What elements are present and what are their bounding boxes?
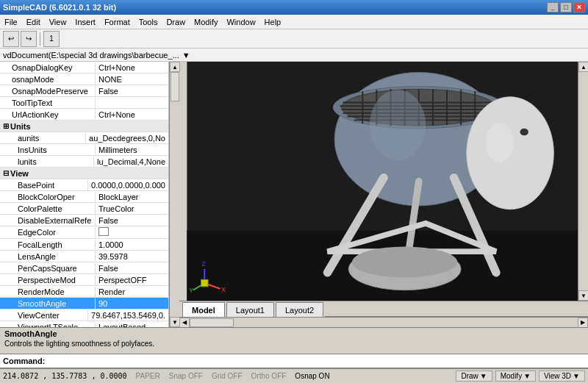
status-snap[interactable]: Snap OFF bbox=[166, 372, 206, 380]
prop-row-osnap-preserve: OsnapModePreserve False bbox=[0, 85, 168, 97]
prop-value-colorpalette: TrueColor bbox=[96, 204, 168, 214]
hscroll-right[interactable]: ▶ bbox=[578, 318, 588, 328]
prop-row-viewcenter: ViewCenter 79.6467,153.5469,0. bbox=[0, 309, 168, 321]
status-items: PAPER Snap OFF Grid OFF Ortho OFF Osnap … bbox=[133, 372, 451, 380]
edge-color-swatch[interactable] bbox=[98, 227, 109, 236]
tab-layout2[interactable]: Layout2 bbox=[276, 302, 323, 317]
prop-row-colorpalette: ColorPalette TrueColor bbox=[0, 203, 168, 215]
prop-name-disableexternal: DisableExternalRefe bbox=[0, 215, 96, 226]
window-title: SimpleCAD (6.6021.0.1 32 bit) bbox=[3, 3, 116, 12]
prop-name-colorpalette: ColorPalette bbox=[0, 204, 96, 214]
prop-value-disableexternal: False bbox=[96, 215, 168, 226]
prop-name-osnap-preserve: OsnapModePreserve bbox=[0, 86, 96, 96]
prop-name-viewportltscale: ViewportLTScale bbox=[0, 322, 96, 328]
vscroll-track[interactable] bbox=[578, 72, 588, 290]
menu-modify[interactable]: Modify bbox=[190, 16, 222, 28]
prop-value-urlaction: Ctrl+None bbox=[96, 110, 168, 120]
window-controls: _ □ ✕ bbox=[547, 2, 585, 12]
category-units-label: Units bbox=[10, 122, 31, 131]
scroll-track[interactable] bbox=[170, 72, 179, 317]
menu-view[interactable]: View bbox=[45, 16, 71, 28]
status-grid[interactable]: Grid OFF bbox=[209, 372, 245, 380]
toolbar-undo[interactable]: ↩ bbox=[3, 31, 19, 47]
close-button[interactable]: ✕ bbox=[573, 2, 585, 12]
svg-point-23 bbox=[370, 90, 426, 160]
prop-row-disableexternal: DisableExternalRefe False bbox=[0, 215, 168, 226]
prop-value-lensangle: 39.5978 bbox=[96, 251, 168, 262]
prop-row-blockcoloroper: BlockColorOper BlockLayer bbox=[0, 191, 168, 203]
minimize-button[interactable]: _ bbox=[547, 2, 559, 12]
menu-edit[interactable]: Edit bbox=[22, 16, 45, 28]
prop-row-tooltiptext: ToolTipText bbox=[0, 97, 168, 109]
view3d-menu-arrow: ▼ bbox=[573, 372, 580, 380]
status-osnap[interactable]: Osnap ON bbox=[292, 372, 332, 380]
menu-bar: File Edit View Insert Format Tools Draw … bbox=[0, 15, 588, 29]
prop-row-lensangle: LensAngle 39.5978 bbox=[0, 251, 168, 262]
prop-value-viewcenter: 79.6467,153.5469,0. bbox=[88, 310, 168, 321]
prop-category-view[interactable]: ⊟ View bbox=[0, 168, 168, 179]
prop-name-lensangle: LensAngle bbox=[0, 251, 96, 262]
prop-name-basepoint: BasePoint bbox=[0, 180, 88, 190]
restore-button[interactable]: □ bbox=[560, 2, 572, 12]
status-ortho[interactable]: Ortho OFF bbox=[248, 372, 290, 380]
svg-point-21 bbox=[486, 123, 514, 162]
hscroll-left[interactable]: ◀ bbox=[179, 318, 190, 328]
menu-format[interactable]: Format bbox=[100, 16, 135, 28]
prop-name-lunits: lunits bbox=[0, 157, 94, 167]
vscroll-down[interactable]: ▼ bbox=[578, 290, 588, 301]
scroll-thumb[interactable] bbox=[171, 72, 179, 101]
prop-row-pencapssquare: PenCapsSquare False bbox=[0, 262, 168, 274]
tab-model[interactable]: Model bbox=[182, 302, 225, 317]
view3d-menu-button[interactable]: View 3D ▼ bbox=[539, 371, 585, 382]
prop-row-edgecolor: EdgeColor bbox=[0, 226, 168, 239]
hscroll-track[interactable] bbox=[190, 318, 578, 327]
prop-value-insunits: Millimeters bbox=[96, 145, 168, 155]
prop-name-rendermode: RenderMode bbox=[0, 287, 96, 297]
prop-row-osnapmode: osnapMode NONE bbox=[0, 74, 168, 85]
scroll-down-button[interactable]: ▼ bbox=[170, 317, 180, 327]
tab-layout1[interactable]: Layout1 bbox=[226, 302, 274, 317]
title-bar: SimpleCAD (6.6021.0.1 32 bit) _ □ ✕ bbox=[0, 0, 588, 15]
toolbar-redo[interactable]: ↪ bbox=[21, 31, 37, 47]
toolbar-one[interactable]: 1 bbox=[43, 31, 60, 47]
hscroll-thumb[interactable] bbox=[190, 318, 234, 327]
path-dropdown-icon[interactable]: ▼ bbox=[182, 51, 190, 60]
prop-category-units[interactable]: ⊞ Units bbox=[0, 121, 168, 132]
modify-menu-button[interactable]: Modify ▼ bbox=[495, 371, 536, 382]
prop-value-osnap-preserve: False bbox=[96, 86, 168, 96]
menu-tools[interactable]: Tools bbox=[135, 16, 162, 28]
menu-help[interactable]: Help bbox=[260, 16, 286, 28]
prop-row-perspectivemod: PerspectiveMod PerspectOFF bbox=[0, 274, 168, 286]
3d-scene: Z X Y bbox=[179, 62, 588, 301]
scroll-up-button[interactable]: ▲ bbox=[170, 62, 180, 72]
menu-draw[interactable]: Draw bbox=[162, 16, 190, 28]
menu-file[interactable]: File bbox=[0, 16, 22, 28]
toolbar-separator bbox=[40, 32, 40, 46]
status-coords: 214.0872 , 135.7783 , 0.0000 bbox=[3, 372, 127, 380]
draw-menu-arrow: ▼ bbox=[480, 372, 487, 380]
vscroll-up[interactable]: ▲ bbox=[578, 62, 588, 72]
prop-name-tooltiptext: ToolTipText bbox=[0, 98, 96, 108]
status-paper[interactable]: PAPER bbox=[133, 372, 163, 380]
menu-insert[interactable]: Insert bbox=[71, 16, 100, 28]
menu-window[interactable]: Window bbox=[222, 16, 259, 28]
prop-row-insunits: InsUnits Millimeters bbox=[0, 144, 168, 156]
expand-units-icon: ⊞ bbox=[3, 122, 9, 130]
prop-row-focallength: FocalLength 1.0000 bbox=[0, 239, 168, 251]
draw-menu-button[interactable]: Draw ▼ bbox=[456, 371, 492, 382]
viewport-area[interactable]: Z X Y ▲ ▼ bbox=[179, 62, 588, 301]
command-input[interactable] bbox=[48, 357, 585, 365]
prop-value-viewportltscale: LayoutBased bbox=[96, 322, 168, 328]
prop-name-osnapmode: osnapMode bbox=[0, 74, 96, 85]
left-panel-scrollbar[interactable]: ▲ ▼ bbox=[169, 62, 179, 327]
prop-value-blockcoloroper: BlockLayer bbox=[96, 192, 168, 202]
category-view-label: View bbox=[10, 169, 29, 178]
prop-row-basepoint: BasePoint 0.0000,0.0000,0.000 bbox=[0, 179, 168, 191]
prop-value-lunits: lu_Decimal,4,None bbox=[94, 157, 168, 167]
viewport-vscrollbar[interactable]: ▲ ▼ bbox=[578, 62, 588, 301]
svg-point-29 bbox=[352, 246, 457, 277]
prop-row-smoothangle[interactable]: SmoothAngle 90 bbox=[0, 298, 168, 309]
prop-name-viewcenter: ViewCenter bbox=[0, 310, 88, 321]
prop-desc-text: Controls the lighting smoothness of poly… bbox=[0, 340, 588, 348]
modify-menu-label: Modify bbox=[501, 372, 522, 380]
